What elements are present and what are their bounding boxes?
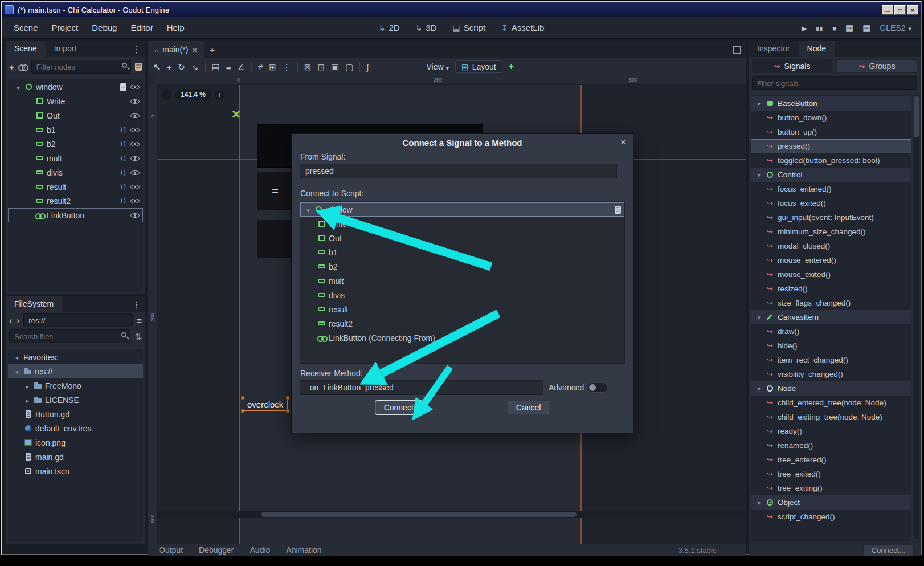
minimize-button[interactable] (882, 5, 893, 15)
filesystem-row[interactable]: default_env.tres (8, 421, 143, 435)
signal-row[interactable]: resized() (751, 282, 911, 296)
attach-script-button[interactable] (135, 63, 142, 71)
play-button[interactable] (802, 23, 807, 32)
rotate-tool-icon[interactable] (178, 63, 185, 71)
filesystem-row[interactable]: main.tscn (8, 464, 143, 478)
search-files-input[interactable] (9, 329, 130, 343)
selection-handle[interactable] (286, 409, 289, 413)
scene-tree-row[interactable]: result (8, 180, 143, 194)
split-mode-icon[interactable] (137, 316, 142, 325)
visibility-eye-icon[interactable] (130, 97, 140, 105)
filesystem-row[interactable]: main.gd (8, 450, 143, 464)
filesystem-row[interactable]: Favorites: (8, 350, 143, 364)
scrollbar-thumb[interactable] (261, 512, 577, 517)
move-tool-icon[interactable] (167, 63, 172, 71)
advanced-toggle[interactable] (587, 382, 608, 393)
scene-tree-row[interactable]: window (8, 80, 143, 94)
receiver-method-input[interactable] (300, 380, 543, 395)
collapse-caret-icon[interactable] (755, 498, 762, 507)
renderer-select[interactable]: GLES2 (880, 23, 911, 32)
close-button[interactable] (907, 5, 918, 15)
visibility-eye-icon[interactable] (130, 197, 140, 205)
filter-signals-input[interactable] (752, 76, 917, 90)
signal-row[interactable]: renamed() (751, 438, 911, 453)
filesystem-row[interactable]: res:// (8, 364, 143, 378)
dialog-tree-row[interactable]: result2 (300, 316, 624, 331)
collapse-caret-icon[interactable] (305, 205, 312, 214)
collapse-caret-icon[interactable] (15, 83, 22, 92)
dialog-tree-row[interactable]: Write (300, 217, 624, 231)
dialog-tree-row[interactable]: result (300, 302, 624, 316)
workspace-button[interactable]: ↳ 2D (379, 23, 400, 32)
grid-snap-icon[interactable] (269, 63, 276, 71)
smart-snap-icon[interactable] (258, 63, 263, 71)
ungroup-object-icon[interactable] (345, 63, 353, 71)
dialog-tree-row[interactable]: LinkButton (Connecting From) (300, 331, 624, 345)
layout-menu-button[interactable]: Layout (455, 60, 502, 73)
signal-row[interactable]: Control (751, 168, 911, 182)
signal-row[interactable]: minimum_size_changed() (751, 225, 911, 239)
panel-menu-icon[interactable] (132, 300, 141, 309)
selection-handle[interactable] (286, 396, 289, 400)
unlock-object-icon[interactable] (317, 63, 325, 71)
dialog-tree-row[interactable]: b2 (300, 259, 624, 274)
signal-row[interactable]: child_exiting_tree(node: Node) (751, 410, 911, 424)
menu-item[interactable]: Debug (85, 18, 124, 37)
workspace-button[interactable]: ↧ AssetLib (501, 23, 544, 32)
instance-scene-button[interactable] (18, 63, 27, 71)
visibility-eye-icon[interactable] (130, 183, 140, 191)
signal-row[interactable]: CanvasItem (751, 310, 911, 324)
signal-row[interactable]: focus_entered() (751, 182, 911, 196)
cancel-button[interactable]: Cancel (508, 401, 550, 414)
list-select-icon[interactable] (212, 63, 220, 71)
signal-row[interactable]: mouse_exited() (751, 267, 911, 282)
from-signal-input[interactable] (300, 164, 617, 178)
new-scene-tab-button[interactable] (210, 46, 215, 54)
scene-tree-row[interactable]: LinkButton (8, 208, 143, 222)
signal-row[interactable]: ready() (751, 424, 911, 438)
selection-handle[interactable] (241, 409, 244, 413)
signal-row[interactable]: Object (751, 495, 911, 510)
view-menu-button[interactable]: View (426, 62, 449, 71)
signal-row[interactable]: focus_exited() (751, 196, 911, 210)
collapse-caret-icon[interactable] (24, 381, 31, 390)
filesystem-row[interactable]: FreeMono (8, 378, 143, 393)
signal-row[interactable]: script_changed() (751, 510, 911, 524)
zoom-in-button[interactable]: + (215, 90, 224, 100)
anchor-icon[interactable]: + (509, 62, 514, 72)
scene-tree-row[interactable]: b2 (8, 137, 143, 151)
snap-options-icon[interactable] (283, 63, 291, 71)
script-icon[interactable] (120, 83, 126, 91)
menu-item[interactable]: Help (160, 18, 191, 37)
signal-row[interactable]: tree_exiting() (751, 481, 911, 495)
close-tab-icon[interactable] (192, 46, 197, 54)
nav-back-icon[interactable] (9, 316, 13, 325)
signal-row[interactable]: draw() (751, 324, 911, 339)
bottom-panel-tab[interactable]: Debugger (191, 545, 242, 555)
scrollbar-thumb[interactable] (914, 96, 919, 137)
scene-tree-row[interactable]: b1 (8, 123, 143, 137)
workspace-button[interactable]: ↳ 3D (416, 23, 437, 32)
signal-row[interactable]: BaseButton (751, 96, 911, 111)
add-node-button[interactable] (9, 63, 14, 71)
dialog-tree-row[interactable]: window (300, 202, 624, 217)
filesystem-row[interactable]: icon.png (8, 435, 143, 450)
signal-row[interactable]: pressed() (751, 139, 911, 153)
node-dock-subtab[interactable]: Signals (752, 59, 832, 73)
visibility-eye-icon[interactable] (130, 140, 140, 148)
stop-button[interactable] (832, 23, 836, 32)
collapse-caret-icon[interactable] (755, 170, 762, 179)
signal-row[interactable]: modal_closed() (751, 239, 911, 253)
connect-button[interactable]: Connect (375, 401, 422, 414)
signal-row[interactable]: visibility_changed() (751, 367, 911, 381)
play-custom-scene-button[interactable] (862, 23, 870, 32)
signal-row[interactable]: button_down() (751, 111, 911, 125)
bottom-panel-tab[interactable]: Animation (278, 545, 329, 555)
dialog-tree-row[interactable]: b1 (300, 245, 624, 259)
collapse-caret-icon[interactable] (755, 384, 762, 393)
signal-row[interactable]: gui_input(event: InputEvent) (751, 210, 911, 225)
bottom-panel-tab[interactable]: Audio (242, 545, 279, 555)
visibility-eye-icon[interactable] (130, 83, 140, 91)
scene-tree-row[interactable]: result2 (8, 194, 143, 208)
signal-row[interactable]: child_entered_tree(node: Node) (751, 396, 911, 410)
